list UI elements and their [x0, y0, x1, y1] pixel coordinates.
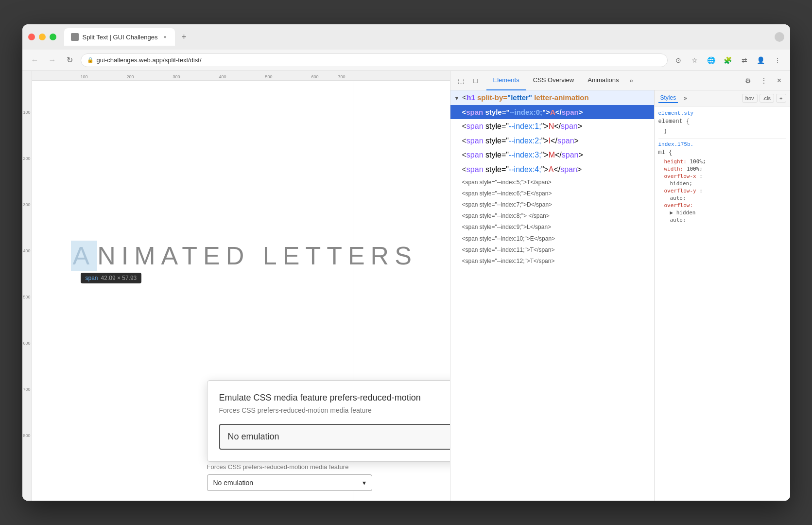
forward-icon: →	[49, 56, 56, 65]
add-style-button[interactable]: +	[776, 94, 786, 103]
prop-name-overflow-y: overflow-y	[664, 188, 696, 194]
devtools-tab-icons: ⬚ □	[454, 74, 483, 88]
prop-val-height: 100%;	[690, 158, 706, 165]
tree-line-span-7[interactable]: <span style="--index:7;">D</span>	[450, 199, 654, 210]
device-icon[interactable]: □	[469, 74, 483, 88]
tree-line-h1[interactable]: ▼ <h1 split-by="letter" letter-animation	[450, 90, 654, 105]
cls-button[interactable]: .cls	[760, 94, 775, 103]
tab-css-overview[interactable]: CSS Overview	[526, 71, 581, 90]
tree-line-span-0[interactable]: <span style="--index:0;">A</span>	[450, 105, 654, 120]
emulate-dropdown-wrapper: No emulation ▼	[219, 424, 450, 450]
profile-avatar[interactable]: 👤	[754, 53, 768, 67]
prop-overflow: overflow:	[658, 202, 786, 209]
prop-overflow-y: overflow-y :	[658, 187, 786, 194]
profile-sync-button[interactable]: ⇄	[738, 53, 751, 67]
tree-line-span-5[interactable]: <span style="--index:5;">T</span>	[450, 177, 654, 188]
devtools-more-tabs[interactable]: »	[626, 77, 637, 84]
tree-line-span-6[interactable]: <span style="--index:6;">E</span>	[450, 188, 654, 199]
tab-animations[interactable]: Animations	[581, 71, 625, 90]
ruler-left: 100 200 300 400 500 600 700 800	[22, 71, 32, 501]
forward-button[interactable]: →	[46, 53, 59, 67]
hov-button[interactable]: hov	[742, 94, 758, 103]
devtools-panel: ⬚ □ Elements CSS Overview Animations » ⚙…	[450, 71, 790, 501]
first-letter: A	[71, 241, 98, 271]
tree-line-span-2[interactable]: <span style="--index:2;">I</span>	[450, 134, 654, 148]
emulate-panel-title: Emulate CSS media feature prefers-reduce…	[219, 392, 450, 403]
main-content: 100 200 300 400 500 600 700 100 200 300 …	[22, 71, 790, 501]
styles-source-1: element.sty	[658, 110, 786, 116]
bookmark-button[interactable]: ☆	[688, 53, 702, 67]
prop-name-height: height:	[664, 158, 687, 165]
ruler-vmark-400: 400	[23, 248, 30, 253]
tree-line-span-12[interactable]: <span style="--index:12;">T</span>	[450, 256, 654, 267]
address-url: gui-challenges.web.app/split-text/dist/	[97, 56, 202, 64]
tree-line-span-10[interactable]: <span style="--index:10;">E</span>	[450, 233, 654, 245]
tab-css-overview-label: CSS Overview	[533, 76, 574, 84]
tab-area: Split Text | GUI Challenges × +	[64, 28, 771, 46]
styles-tab[interactable]: Styles	[658, 93, 678, 103]
screenshot-button[interactable]: ⊙	[672, 53, 685, 67]
tree-line-span-1[interactable]: <span style="--index:1;">N</span>	[450, 119, 654, 134]
ruler-mark-200: 200	[127, 74, 134, 79]
new-tab-button[interactable]: +	[177, 30, 190, 44]
tab-elements[interactable]: Elements	[486, 71, 526, 90]
tab-favicon	[71, 33, 79, 41]
devtools-more-button[interactable]: ⋮	[757, 74, 771, 88]
styles-tab-more[interactable]: »	[682, 94, 689, 103]
tree-line-span-9[interactable]: <span style="--index:9;">L</span>	[450, 222, 654, 233]
source-link-2[interactable]: index.175b.	[658, 141, 694, 147]
tree-toggle-icon[interactable]: ▼	[454, 94, 460, 103]
nav-actions: ⊙ ☆ 🌐 🧩 ⇄ 👤 ⋮	[672, 53, 784, 67]
tab-close-button[interactable]: ×	[161, 34, 168, 40]
devtools-close-button[interactable]: ×	[773, 74, 786, 88]
extensions-button[interactable]: 🧩	[721, 53, 735, 67]
browser-window: Split Text | GUI Challenges × + ← → ↻ 🔒 …	[22, 24, 790, 501]
ruler-vmark-600: 600	[23, 341, 30, 346]
prop-overflow-y-val: auto;	[658, 194, 786, 202]
ruler-vmark-200: 200	[23, 156, 30, 161]
ruler-vmark-300: 300	[23, 202, 30, 207]
chrome-icon: 🌐	[705, 53, 718, 67]
ruler-vmark-700: 700	[23, 387, 30, 392]
ruler-mark-100: 100	[81, 74, 88, 79]
refresh-icon: ↻	[67, 55, 73, 65]
devtools-settings-button[interactable]: ⚙	[742, 74, 755, 88]
span-dimensions: 42.09 × 57.93	[101, 275, 137, 281]
emulate-small-value: No emulation	[213, 479, 254, 487]
tab-title: Split Text | GUI Challenges	[83, 34, 158, 41]
styles-rule-ml: ml {	[658, 147, 786, 158]
styles-section-2: index.175b. ml { height: 100%; width:	[658, 138, 786, 224]
page-area: 100 200 300 400 500 600 700 100 200 300 …	[22, 71, 450, 501]
title-bar: Split Text | GUI Challenges × +	[22, 24, 790, 50]
tree-line-span-4[interactable]: <span style="--index:4;">A</span>	[450, 162, 654, 177]
prop-name-width: width:	[664, 166, 684, 172]
styles-header-right: hov .cls +	[742, 94, 786, 103]
emulate-small-dropdown-wrapper: No emulation ▾	[207, 474, 372, 491]
close-traffic-light[interactable]	[28, 34, 35, 40]
tab-elements-label: Elements	[493, 76, 519, 84]
more-options-button[interactable]: ⋮	[771, 53, 784, 67]
minimize-traffic-light[interactable]	[39, 34, 46, 40]
tree-line-span-8[interactable]: <span style="--index:8;"> </span>	[450, 210, 654, 222]
prop-overflow-val2: auto;	[658, 216, 786, 224]
source-link-1[interactable]: element.sty	[658, 110, 694, 116]
tree-line-span-11[interactable]: <span style="--index:11;">T</span>	[450, 245, 654, 256]
maximize-traffic-light[interactable]	[50, 34, 56, 40]
styles-body: element.sty element { } index.175b. ml {	[655, 106, 790, 501]
active-tab[interactable]: Split Text | GUI Challenges ×	[64, 28, 175, 46]
page-main: ANIMATED LETTERS span 42.09 × 57.93 × Em…	[32, 81, 450, 501]
cursor-icon[interactable]: ⬚	[454, 74, 468, 88]
emulate-dropdown-value: No emulation	[228, 432, 279, 442]
emulate-panel: × Emulate CSS media feature prefers-redu…	[207, 380, 450, 462]
styles-header: Styles » hov .cls +	[655, 90, 790, 106]
prop-overflow-x: overflow-x :	[658, 173, 786, 180]
devtools-tabs: ⬚ □ Elements CSS Overview Animations » ⚙…	[450, 71, 790, 90]
refresh-button[interactable]: ↻	[63, 53, 77, 67]
prop-name-overflow-x: overflow-x	[664, 173, 696, 179]
emulate-dropdown[interactable]: No emulation	[219, 424, 450, 450]
emulate-small-dropdown[interactable]: No emulation ▾	[207, 474, 372, 491]
traffic-lights	[28, 34, 56, 40]
address-bar[interactable]: 🔒 gui-challenges.web.app/split-text/dist…	[81, 53, 668, 67]
back-button[interactable]: ←	[28, 53, 42, 67]
tree-line-span-3[interactable]: <span style="--index:3;">M</span>	[450, 148, 654, 162]
